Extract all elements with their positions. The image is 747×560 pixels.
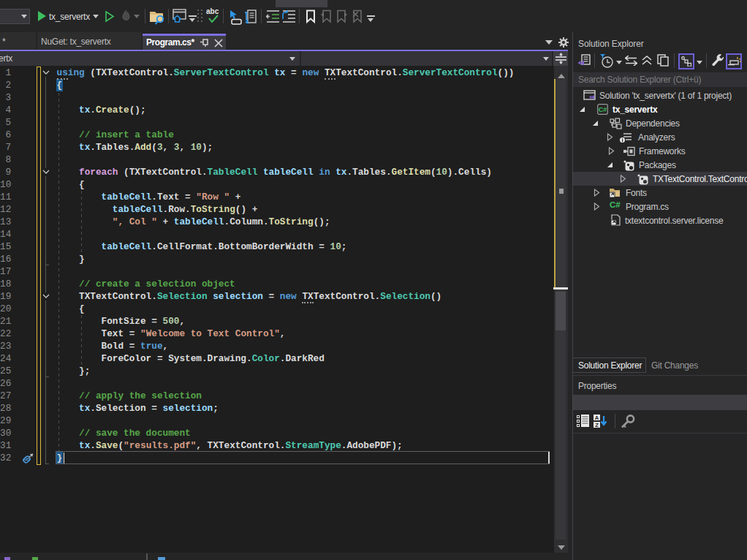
svg-text:C#: C# [599, 106, 607, 113]
svg-text:Z: Z [595, 422, 599, 428]
svg-text:A: A [595, 415, 599, 421]
